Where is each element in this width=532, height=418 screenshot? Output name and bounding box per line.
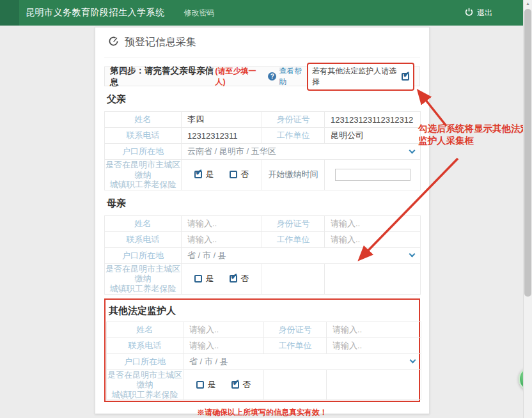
mother-id-input[interactable] (325, 216, 420, 231)
other-guardian-section: 其他法定监护人 姓名 身份证号 联系电话 工作单位 户口所在地 省 / 市 / … (104, 298, 420, 403)
residence-label: 户口所在地 (107, 353, 184, 369)
table-row: 是否在昆明市主城区缴纳城镇职工养老保险 是 否 (107, 369, 421, 400)
father-id-input[interactable] (325, 112, 420, 127)
step-header: 第四步：请完善父亲母亲信息 (请至少填一人) ? 查看帮助 若有其他法定监护人请… (104, 66, 420, 86)
table-row: 姓名 身份证号 (105, 215, 421, 231)
chevron-down-icon (410, 357, 416, 364)
table-row: 户口所在地 云南省 / 昆明市 / 五华区 (105, 144, 421, 160)
scrollbar-up-arrow[interactable]: ▲ (526, 1, 530, 6)
mother-section-title: 母亲 (104, 190, 420, 215)
mother-residence-value: 省 / 市 / 县 (187, 250, 226, 261)
table-row: 是否在昆明市主城区缴纳城镇职工养老保险 是 否 开始缴纳时间 (105, 160, 421, 190)
table-row: 是否在昆明市主城区缴纳城镇职工养老保险 是 否 (105, 263, 421, 294)
father-residence-value: 云南省 / 昆明市 / 五华区 (187, 146, 276, 157)
name-label: 姓名 (107, 321, 184, 337)
other-name-input[interactable] (184, 322, 263, 337)
other-work-input[interactable] (327, 338, 421, 353)
logout-label: 退出 (477, 8, 492, 19)
change-password-link[interactable]: 修改密码 (184, 8, 215, 19)
help-label: 查看帮助 (279, 66, 307, 88)
work-label: 工作单位 (264, 337, 327, 353)
other-guardian-section-title: 其他法定监护人 (106, 300, 418, 321)
logout-button[interactable]: 退出 (465, 8, 492, 19)
mother-phone-input[interactable] (182, 232, 262, 247)
table-row: 联系电话 工作单位 (105, 128, 421, 144)
other-insurance-yes[interactable]: 是 (196, 379, 216, 391)
mother-section: 母亲 姓名 身份证号 联系电话 工作单位 户口所在地 省 / 市 / 县 (104, 190, 420, 295)
app-title: 昆明市义务教育阶段招生入学系统 (26, 7, 165, 19)
other-phone-input[interactable] (184, 338, 263, 353)
other-residence-select[interactable]: 省 / 市 / 县 (184, 356, 421, 368)
phone-label: 联系电话 (107, 337, 184, 353)
mother-name-input[interactable] (182, 216, 262, 231)
table-row: 联系电话 工作单位 (105, 231, 421, 247)
mother-work-input[interactable] (325, 232, 420, 247)
question-icon: ? (268, 72, 276, 81)
scrollbar[interactable]: ▲ (523, 0, 532, 418)
id-label: 身份证号 (264, 321, 327, 337)
other-guardian-checkbox[interactable]: 若有其他法定监护人请选择 (307, 63, 414, 91)
checkbox-icon (194, 171, 202, 178)
other-insurance-no[interactable]: 否 (231, 379, 251, 391)
annotation-note: 勾选后系统将显示其他法定监护人采集框 (418, 123, 532, 147)
guardian-checkbox-label: 若有其他法定监护人请选择 (312, 66, 398, 88)
father-work-input[interactable] (325, 128, 420, 143)
other-guardian-table: 姓名 身份证号 联系电话 工作单位 户口所在地 省 / 市 / 县 (106, 321, 421, 401)
name-label: 姓名 (105, 215, 182, 231)
mother-residence-select[interactable]: 省 / 市 / 县 (182, 250, 420, 261)
chevron-down-icon (409, 147, 416, 153)
father-insurance-yes[interactable]: 是 (194, 169, 214, 180)
other-residence-value: 省 / 市 / 县 (189, 356, 228, 368)
checkbox-icon (230, 275, 237, 283)
id-label: 身份证号 (262, 215, 325, 231)
residence-label: 户口所在地 (105, 144, 182, 160)
insurance-label: 是否在昆明市主城区缴纳城镇职工养老保险 (107, 369, 184, 400)
father-phone-input[interactable] (182, 128, 262, 143)
page-title: 预登记信息采集 (125, 36, 196, 49)
work-label: 工作单位 (262, 128, 325, 144)
table-row: 户口所在地 省 / 市 / 县 (105, 247, 421, 263)
phone-label: 联系电话 (105, 128, 182, 144)
scrollbar-thumb[interactable] (524, 9, 531, 297)
edit-icon (108, 36, 119, 49)
father-table: 姓名 身份证号 联系电话 工作单位 户口所在地 云南省 / 昆明市 / 五华区 (104, 111, 421, 190)
work-label: 工作单位 (262, 231, 325, 247)
step-title: 第四步：请完善父亲母亲信息 (110, 65, 215, 88)
logo-block (0, 0, 19, 26)
checkbox-icon (231, 381, 239, 389)
id-label: 身份证号 (262, 112, 325, 128)
pay-start-label: 开始缴纳时间 (262, 160, 325, 190)
table-row: 姓名 身份证号 (107, 321, 421, 337)
father-name-input[interactable] (182, 112, 262, 127)
other-id-input[interactable] (327, 322, 421, 337)
table-row: 姓名 身份证号 (105, 112, 421, 128)
chevron-down-icon (409, 251, 416, 258)
father-residence-select[interactable]: 云南省 / 昆明市 / 五华区 (182, 146, 420, 157)
validity-warning: ※请确保以上所填写的信息真实有效！ (104, 402, 420, 418)
father-pay-start-input[interactable] (335, 169, 411, 181)
checkbox-icon (230, 171, 237, 178)
checkbox-icon (196, 381, 204, 389)
page-title-row: 预登记信息采集 (104, 27, 420, 58)
step-note: (请至少填一人) (215, 66, 263, 88)
insurance-label: 是否在昆明市主城区缴纳城镇职工养老保险 (105, 263, 182, 294)
form-card: 预登记信息采集 第四步：请完善父亲母亲信息 (请至少填一人) ? 查看帮助 若有… (95, 27, 430, 414)
help-link[interactable]: ? 查看帮助 (268, 66, 307, 88)
insurance-label: 是否在昆明市主城区缴纳城镇职工养老保险 (105, 160, 182, 190)
father-insurance-no[interactable]: 否 (230, 169, 249, 180)
checkbox-icon (194, 275, 202, 283)
residence-label: 户口所在地 (105, 247, 182, 263)
table-row: 联系电话 工作单位 (107, 337, 421, 353)
top-navigation-bar: 昆明市义务教育阶段招生入学系统 修改密码 退出 (0, 0, 523, 26)
mother-table: 姓名 身份证号 联系电话 工作单位 户口所在地 省 / 市 / 县 (104, 215, 421, 295)
checkbox-icon (402, 73, 409, 81)
phone-label: 联系电话 (105, 231, 182, 247)
name-label: 姓名 (105, 112, 182, 128)
power-icon (465, 8, 473, 18)
table-row: 户口所在地 省 / 市 / 县 (107, 353, 421, 369)
mother-insurance-no[interactable]: 否 (230, 273, 249, 284)
mother-insurance-yes[interactable]: 是 (194, 273, 214, 284)
father-section: 父亲 姓名 身份证号 联系电话 工作单位 户口所在地 云南省 / 昆明市 / 五… (104, 86, 420, 190)
